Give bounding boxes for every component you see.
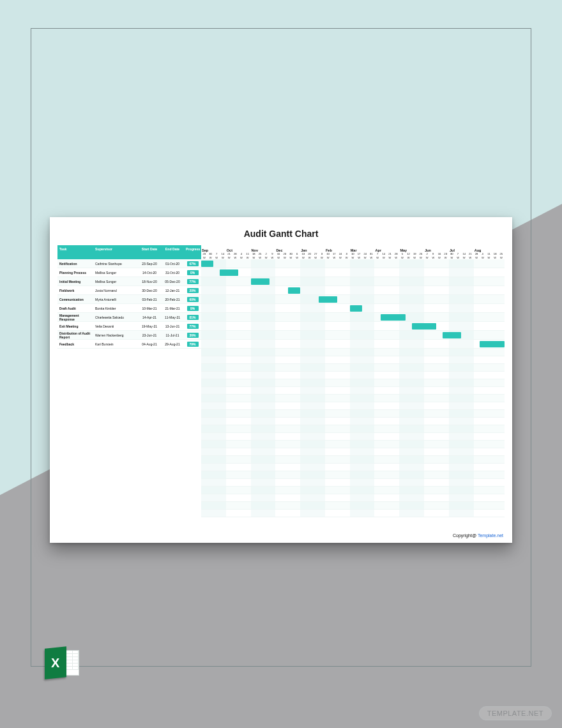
- cell-progress: 77%: [184, 279, 201, 284]
- gantt-bar: [288, 287, 300, 294]
- cell-start: 18-Nov-20: [138, 280, 161, 284]
- cell-progress: 77%: [184, 324, 201, 329]
- gantt-chart: Task Supervisor Start Date End Date Prog…: [57, 245, 505, 517]
- cell-end: 31-Oct-20: [161, 271, 184, 275]
- cell-end: 20-Feb-21: [161, 298, 184, 301]
- empty-row: [201, 379, 505, 387]
- cell-supervisor: Mellisa Songer: [93, 271, 138, 275]
- copyright-link[interactable]: Template.net: [478, 533, 503, 538]
- gantt-bar: [381, 314, 406, 321]
- table-row: NotificationCathrine Stanhope23-Sep-2001…: [57, 259, 201, 268]
- copyright-label: Copyright@: [453, 533, 476, 538]
- table-row: CommunicationMyrta Antonelli03-Feb-2120-…: [57, 295, 201, 304]
- month-stripes: [201, 456, 505, 463]
- cell-task: Distribution of Audit Report: [57, 331, 93, 339]
- cell-supervisor: Mellisa Songer: [93, 280, 138, 284]
- cell-start: 14-Apr-21: [138, 315, 161, 319]
- table-row: FieldworkJusta Normand30-Dec-2012-Jan-21…: [57, 286, 201, 295]
- progress-pill: 36%: [187, 333, 199, 338]
- cell-end: 12-Jan-21: [161, 289, 184, 292]
- progress-pill: 20%: [187, 288, 199, 293]
- empty-row: [201, 433, 505, 441]
- cell-progress: 36%: [184, 333, 201, 338]
- empty-row: [201, 479, 505, 487]
- col-task: Task: [57, 247, 93, 251]
- timeline-row: [201, 277, 505, 286]
- progress-pill: 0%: [187, 270, 199, 275]
- month-stripes: [201, 418, 505, 425]
- excel-icon: X: [45, 648, 79, 678]
- table-row: Planning ProcessMellisa Songer14-Oct-203…: [57, 268, 201, 277]
- cell-start: 04-Aug-21: [138, 342, 161, 346]
- empty-row: [201, 448, 505, 456]
- month-stripes: [201, 356, 505, 363]
- timeline-row: [201, 286, 505, 295]
- gantt-bar: [480, 341, 505, 347]
- cell-supervisor: Cathrine Stanhope: [93, 262, 138, 266]
- empty-row: [201, 349, 505, 356]
- cell-start: 14-Oct-20: [138, 271, 161, 275]
- cell-progress: 0%: [184, 270, 201, 275]
- cell-end: 11-May-21: [161, 315, 184, 319]
- month-stripes: [201, 286, 505, 294]
- table-row: FeedbackKari Burstein04-Aug-2129-Aug-217…: [57, 340, 201, 349]
- month-stripes: [201, 510, 505, 517]
- month-stripes: [201, 387, 505, 394]
- month-stripes: [201, 410, 505, 417]
- excel-icon-badge: X: [45, 646, 66, 679]
- timeline: SepOctNovDecJanFebMarAprMayJunJulAug 233…: [201, 245, 505, 517]
- cell-task: Feedback: [57, 342, 93, 346]
- copyright: Copyright@ Template.net: [453, 533, 503, 538]
- cell-supervisor: Justa Normand: [93, 289, 138, 292]
- gantt-bar: [412, 323, 437, 330]
- empty-rows: [201, 349, 505, 517]
- month-stripes: [201, 322, 505, 330]
- gantt-bar: [201, 261, 213, 267]
- progress-pill: 67%: [187, 261, 199, 266]
- cell-task: Initial Meeting: [57, 280, 93, 284]
- empty-row: [201, 487, 505, 494]
- month-stripes: [201, 295, 505, 303]
- cell-progress: 9%: [184, 306, 201, 311]
- month-stripes: [201, 402, 505, 409]
- progress-pill: 60%: [187, 297, 199, 302]
- table-row: Exit MeetingVelia Desanti19-May-2113-Jun…: [57, 322, 201, 331]
- cell-supervisor: Charlesetta Salcedo: [93, 315, 138, 319]
- month-stripes: [201, 425, 505, 432]
- cell-task: Communication: [57, 298, 93, 301]
- progress-pill: 9%: [187, 306, 199, 311]
- cell-end: 13-Jun-21: [161, 324, 184, 328]
- empty-row: [201, 387, 505, 395]
- task-table: Task Supervisor Start Date End Date Prog…: [57, 245, 201, 517]
- cell-progress: 20%: [184, 288, 201, 293]
- table-row: Distribution of Audit ReportWarren Hacke…: [57, 331, 201, 340]
- cell-supervisor: Myrta Antonelli: [93, 298, 138, 301]
- watermark: TEMPLATE.NET: [479, 706, 552, 720]
- month-stripes: [201, 268, 505, 277]
- empty-row: [201, 395, 505, 402]
- table-row: Draft AuditBonita Kimbler10-Mar-2121-Mar…: [57, 304, 201, 313]
- empty-row: [201, 456, 505, 464]
- timeline-row: [201, 313, 505, 322]
- month-stripes: [201, 494, 505, 501]
- cell-task: Planning Process: [57, 271, 93, 275]
- col-supervisor: Supervisor: [93, 247, 138, 251]
- gantt-bar: [319, 296, 337, 303]
- empty-row: [201, 510, 505, 517]
- month-stripes: [201, 313, 505, 321]
- month-stripes: [201, 441, 505, 448]
- empty-row: [201, 441, 505, 448]
- progress-pill: 77%: [187, 324, 199, 329]
- cell-end: 29-Aug-21: [161, 342, 184, 346]
- cell-supervisor: Kari Burstein: [93, 342, 138, 346]
- cell-end: 11-Jul-21: [161, 333, 184, 337]
- gantt-bar: [251, 278, 270, 285]
- col-end-date: End Date: [161, 247, 184, 251]
- timeline-months: SepOctNovDecJanFebMarAprMayJunJulAug: [201, 245, 505, 252]
- cell-task: Management Response: [57, 314, 93, 321]
- timeline-row: [201, 268, 505, 277]
- chart-title: Audit Gantt Chart: [57, 229, 505, 239]
- progress-pill: 77%: [187, 279, 199, 284]
- cell-start: 19-May-21: [138, 324, 161, 328]
- cell-end: 01-Oct-20: [161, 262, 184, 266]
